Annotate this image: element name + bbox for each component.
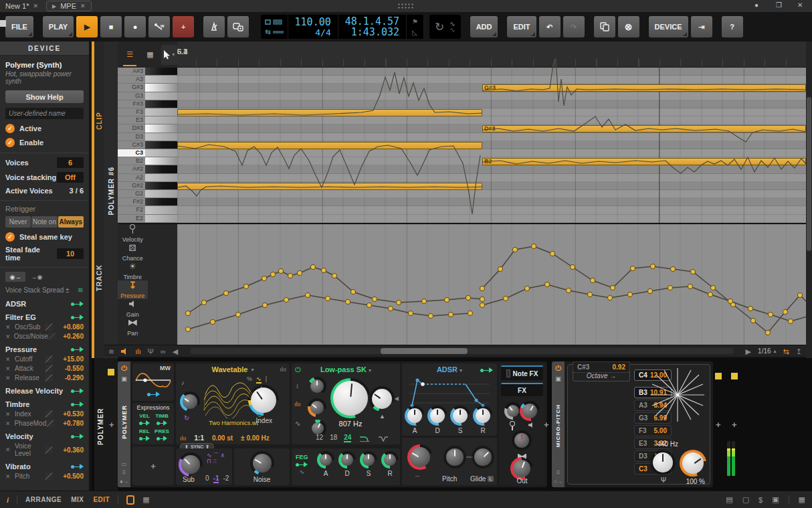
spectrum-view-icon[interactable]: ılıı [280, 366, 286, 373]
device-modroute-icon[interactable]: ○→ [554, 479, 563, 485]
track-color-chip[interactable] [731, 373, 738, 379]
layout-mode-item[interactable]: EDIT [93, 496, 110, 503]
expression-mod-slot[interactable]: REL [136, 428, 153, 442]
duplicate-button[interactable] [594, 16, 615, 37]
io-panel-icon[interactable]: ▣ [772, 495, 779, 504]
key-cap[interactable] [145, 157, 177, 165]
key-cap[interactable] [145, 124, 177, 132]
env-knob[interactable]: D [427, 406, 447, 434]
mod-source-row[interactable]: ADSR [5, 300, 84, 308]
filter-drive-knob[interactable] [308, 398, 326, 417]
key-cap[interactable] [145, 190, 177, 197]
help-button[interactable]: ? [722, 16, 743, 37]
steal-same-key-checkbox[interactable]: ✓ [5, 232, 15, 242]
layout-mode-item[interactable]: MIX [71, 496, 84, 503]
mod-source-row[interactable]: Vibrato [5, 462, 84, 471]
key-cap[interactable] [145, 174, 177, 181]
scroll-left-icon[interactable]: ◀ [173, 347, 178, 356]
osc-ratio[interactable]: 1:1 [195, 434, 204, 442]
voices-value[interactable]: 6 [57, 157, 84, 168]
record-button[interactable]: ● [124, 16, 146, 37]
undo-button[interactable]: ↶ [539, 16, 561, 37]
mod-arrow-icon[interactable] [296, 462, 308, 467]
filter-slope-option[interactable]: 12 [316, 434, 323, 442]
osc-detune[interactable]: ± 0.00 Hz [241, 434, 270, 442]
position-display[interactable]: 48.1.4.57 1:43.032 [338, 15, 407, 39]
index-knob[interactable] [248, 385, 279, 416]
piano-key-row[interactable]: G2 [118, 190, 177, 198]
project-tab-2[interactable]: ▶ MPE ✕ [46, 1, 92, 11]
filter-curve-notch-icon[interactable] [378, 435, 389, 442]
redo-button[interactable]: ↷ [563, 16, 585, 37]
play-button[interactable]: ▶ [76, 16, 98, 37]
wt-shape-knob[interactable] [180, 392, 200, 412]
filter-power-icon[interactable]: ⏻ [295, 365, 301, 374]
time-signature-value[interactable]: 4/4 [295, 27, 331, 37]
env-knob[interactable]: A [405, 406, 425, 434]
mod-target-row[interactable]: ✕Attack-0.550 [5, 365, 84, 372]
note-editor-view-button[interactable]: ☰ [120, 46, 139, 64]
expression-button[interactable]: Gain [118, 299, 148, 318]
noise-knob[interactable] [250, 451, 274, 475]
filter-curve-lp-icon[interactable] [359, 435, 370, 442]
mod-arrow-icon[interactable] [147, 392, 160, 397]
expression-button[interactable]: Velocity [118, 224, 148, 243]
expression-mod-slot[interactable]: TIMB [154, 413, 170, 427]
punch-metronome-icon[interactable]: ◺ [412, 29, 418, 36]
mod-target-row[interactable]: ✕PhaseMod+0.780 [5, 420, 84, 427]
stop-button[interactable]: ■ [100, 16, 122, 37]
file-menu-button[interactable]: FILE [5, 16, 33, 37]
key-cap[interactable] [145, 108, 177, 116]
cutoff-knob[interactable] [330, 378, 371, 418]
key-cap[interactable] [145, 76, 177, 83]
snap-setting[interactable]: 1/16 ▴ [758, 347, 776, 355]
mod-target-row[interactable]: ✕Cutoff+15.00 [5, 355, 84, 363]
mod-source-row[interactable]: Release Velocity [5, 387, 84, 395]
add-device-button[interactable]: + [109, 420, 114, 430]
mod-source-row[interactable]: Velocity [5, 432, 84, 440]
resonance-knob[interactable] [369, 386, 395, 412]
mix-value[interactable]: 100 % [686, 478, 705, 485]
audition-speaker-icon[interactable] [121, 348, 128, 355]
piano-key-row[interactable]: F#3 [118, 100, 177, 108]
drive-mode-icon[interactable]: ↕ [296, 382, 299, 390]
file-panel-icon[interactable]: ▢ [742, 495, 749, 504]
mod-target-row[interactable]: ✕Release-0.290 [5, 374, 84, 382]
device-name-input[interactable]: User-defined name [5, 108, 84, 119]
vertical-scrollbar-thumb[interactable] [807, 97, 811, 251]
browser-panel-icon[interactable]: ▤ [726, 495, 732, 504]
tempo-meter-display[interactable]: 110.00 4/4 [288, 15, 338, 39]
piano-key-row[interactable]: A#2 [118, 165, 177, 173]
micropitch-device-rail[interactable]: ⏻ ▣ MICRO-PITCH ⠿ ○→ [552, 361, 565, 487]
song-time-value[interactable]: 1:43.032 [345, 27, 399, 37]
mod-target-row[interactable]: ✕Osc/Sub+0.080 [5, 323, 84, 331]
info-icon[interactable]: i [7, 496, 9, 504]
mixer-strip-icon[interactable]: ▦ [142, 495, 149, 504]
track-color-chip[interactable] [108, 369, 114, 375]
steal-fade-value[interactable]: 10 [57, 248, 84, 259]
piano-key-row[interactable]: A3 [118, 76, 177, 84]
piano-key-row[interactable]: A#3 [118, 68, 177, 76]
mod-targets-tab[interactable]: →◉ [27, 272, 47, 282]
retrigger-always[interactable]: Always [58, 216, 84, 228]
key-cap[interactable] [145, 84, 177, 91]
add-device-between-button[interactable]: + [544, 420, 549, 430]
mod-source-row[interactable]: Timbre [5, 400, 84, 408]
micropitch-cell[interactable]: F35.00 [634, 425, 672, 436]
filter-type[interactable]: Low-pass SK [320, 365, 367, 373]
tab-clip[interactable]: CLIP [94, 100, 104, 141]
device-power-icon[interactable]: ⏻ [555, 364, 561, 373]
track-name-vertical[interactable]: POLYMER [97, 385, 104, 445]
env-knob[interactable]: R [473, 406, 493, 434]
device-power-icon[interactable]: ⏻ [121, 364, 127, 373]
tempo-value[interactable]: 110.00 [295, 17, 331, 27]
mod-target-row[interactable]: ✕Voice Level+0.360 [5, 442, 84, 457]
mod-target-row[interactable]: ✕Index+0.530 [5, 410, 84, 418]
piano-key-row[interactable]: B2 [118, 157, 177, 165]
insert-icon[interactable]: ⇥ [691, 16, 712, 37]
env-knob[interactable]: S [450, 406, 470, 434]
filter-spectrum-icon[interactable]: ılıı [294, 401, 301, 408]
expression-button[interactable]: Pressure [118, 280, 148, 299]
punch-icons[interactable]: ⚑ ◺ [407, 15, 424, 39]
key-cap[interactable] [145, 92, 177, 100]
